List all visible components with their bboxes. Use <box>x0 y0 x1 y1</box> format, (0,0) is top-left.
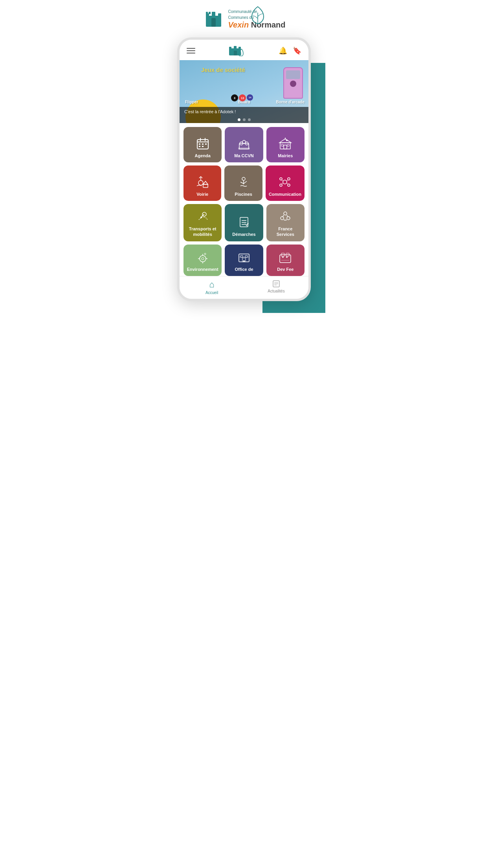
nav-accueil-label: Accueil <box>205 291 218 295</box>
svg-point-56 <box>281 217 284 220</box>
svg-rect-10 <box>234 46 237 50</box>
nav-accueil[interactable]: ⌂ Accueil <box>180 280 244 295</box>
devfee-icon <box>278 250 292 264</box>
svg-rect-4 <box>211 18 216 27</box>
svg-rect-2 <box>212 12 215 17</box>
bookmark-icon[interactable]: 🔖 <box>293 46 301 55</box>
svg-rect-3 <box>218 13 221 17</box>
demarches-icon <box>237 215 251 229</box>
nav-actualites-label: Actualités <box>268 289 284 293</box>
nav-actualites[interactable]: Actualités <box>244 280 308 295</box>
svg-rect-19 <box>205 143 207 145</box>
home-icon: ⌂ <box>209 280 214 290</box>
mairies-icon <box>278 136 292 151</box>
logo-area: Communauté de Communes du Vexin Normand <box>163 0 325 33</box>
svg-rect-27 <box>238 147 250 149</box>
svg-point-59 <box>202 257 204 260</box>
svg-point-44 <box>288 184 290 186</box>
news-icon <box>272 280 281 288</box>
svg-rect-30 <box>284 145 287 149</box>
svg-point-40 <box>283 180 287 184</box>
transports-label: Transports et mobilités <box>187 226 218 237</box>
france-services-label: France Services <box>270 226 301 237</box>
svg-rect-18 <box>202 143 204 145</box>
bell-icon[interactable]: 🔔 <box>279 46 287 55</box>
banner-flipper: Flipper <box>185 100 198 104</box>
tile-piscines[interactable]: Piscines <box>224 166 262 201</box>
svg-point-39 <box>242 177 245 180</box>
banner-title: Jeux de société <box>201 66 245 73</box>
banner-caption: C'est la rentrée à l'Adotek ! <box>180 107 308 116</box>
svg-rect-5 <box>206 12 208 14</box>
svg-point-35 <box>198 180 203 185</box>
svg-rect-11 <box>238 47 241 50</box>
svg-rect-21 <box>202 146 204 147</box>
svg-point-66 <box>243 260 245 262</box>
tile-demarches[interactable]: Démarches <box>225 204 263 241</box>
svg-rect-17 <box>199 143 200 145</box>
demarches-label: Démarches <box>232 232 255 237</box>
tile-environnement[interactable]: Environnement <box>183 245 222 276</box>
piscines-icon <box>237 175 251 189</box>
piscines-label: Piscines <box>235 191 252 197</box>
france-services-icon <box>278 210 292 224</box>
tile-mairies[interactable]: Mairies <box>266 127 305 162</box>
tile-devfee[interactable]: Dev Fee <box>266 245 305 276</box>
app-header: 🔔 🔖 <box>180 40 308 60</box>
svg-point-60 <box>204 253 206 255</box>
svg-point-55 <box>284 212 287 215</box>
communication-label: Communication <box>269 191 301 197</box>
logo-vexin: Vexin <box>228 20 249 29</box>
svg-line-45 <box>282 180 283 181</box>
svg-point-42 <box>288 178 290 180</box>
menu-button[interactable] <box>187 48 195 53</box>
svg-line-47 <box>282 183 283 184</box>
svg-rect-70 <box>282 256 284 258</box>
bottom-nav: ⌂ Accueil Actualités <box>180 276 308 299</box>
dot-2[interactable] <box>243 118 246 121</box>
tile-ccvn[interactable]: Ma CCVN <box>225 127 263 162</box>
dot-1[interactable] <box>238 118 240 121</box>
tile-france-services[interactable]: France Services <box>266 204 305 241</box>
svg-rect-28 <box>280 143 290 149</box>
svg-point-50 <box>200 217 202 218</box>
environnement-label: Environnement <box>187 267 218 272</box>
svg-point-41 <box>280 178 282 180</box>
agenda-icon <box>196 136 210 151</box>
svg-rect-20 <box>199 146 200 147</box>
svg-rect-37 <box>203 184 208 188</box>
svg-point-57 <box>287 217 290 220</box>
tile-communication[interactable]: Communication <box>266 166 305 201</box>
leaf-icon <box>248 5 268 24</box>
banner-arcade: Borne d'arcade <box>276 100 305 104</box>
mairies-label: Mairies <box>278 153 293 158</box>
dot-3[interactable] <box>248 118 251 121</box>
menu-grid: Agenda Ma CCVN <box>180 123 308 276</box>
svg-point-43 <box>280 184 282 186</box>
voirie-icon <box>195 175 209 189</box>
svg-rect-9 <box>229 47 231 50</box>
svg-rect-71 <box>286 256 288 258</box>
svg-point-58 <box>200 256 206 262</box>
tile-voirie[interactable]: Voirie <box>183 166 221 201</box>
devfee-label: Dev Fee <box>277 267 294 272</box>
office-label: Office de <box>235 267 253 272</box>
environnement-icon <box>196 250 210 264</box>
svg-rect-6 <box>209 12 211 14</box>
agenda-label: Agenda <box>194 153 210 158</box>
svg-rect-12 <box>234 51 237 55</box>
banner-slider[interactable]: Jeux de société Flipper Billard Borne d'… <box>180 60 308 123</box>
svg-marker-38 <box>203 181 208 184</box>
svg-line-46 <box>287 180 288 181</box>
ccvn-icon <box>237 136 251 151</box>
voirie-label: Voirie <box>196 191 208 197</box>
office-icon <box>237 250 251 264</box>
tile-transports[interactable]: Transports et mobilités <box>183 204 222 241</box>
svg-rect-32 <box>287 144 289 146</box>
transports-icon <box>196 210 210 224</box>
tile-office[interactable]: Office de <box>225 245 263 276</box>
svg-rect-31 <box>281 144 283 146</box>
ccvn-label: Ma CCVN <box>234 153 254 158</box>
tile-agenda[interactable]: Agenda <box>183 127 222 162</box>
castle-icon <box>203 8 224 29</box>
